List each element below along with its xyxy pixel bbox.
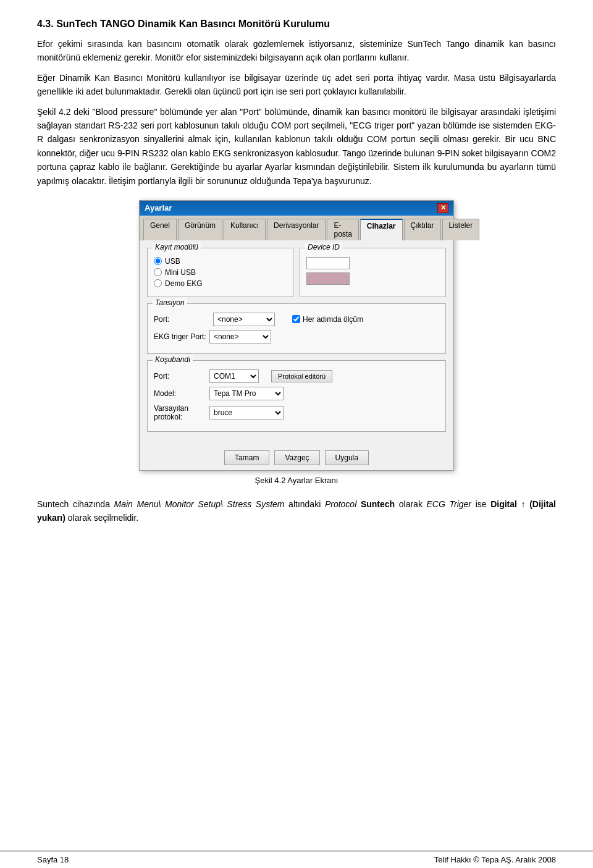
dialog-body: Kayıt modülü USB Mini USB xyxy=(140,240,453,445)
ekg-triger-row: EKG triger Port: <none> xyxy=(154,330,439,343)
mini-usb-label: Mini USB xyxy=(165,268,196,277)
top-row: Kayıt modülü USB Mini USB xyxy=(147,248,446,303)
tab-ciktilar[interactable]: Çıktılar xyxy=(404,219,441,240)
device-id-group: Device ID xyxy=(300,248,446,297)
settings-dialog: Ayarlar ✕ Genel Görünüm Kullanıcı Deriva… xyxy=(139,200,454,471)
mini-usb-radio[interactable] xyxy=(154,268,162,276)
footer-left: Sayfa 18 xyxy=(37,855,69,864)
kayit-modulu-content: USB Mini USB Demo EKG xyxy=(154,257,287,288)
figure-caption: Şekil 4.2 Ayarlar Ekranı xyxy=(255,476,339,485)
usb-label: USB xyxy=(165,257,180,266)
section-title: 4.3. SunTech TANGO Dinamik Kan Basıncı M… xyxy=(37,19,556,30)
kosubandi-port-select[interactable]: COM1 xyxy=(209,369,259,383)
device-id-content xyxy=(306,257,439,285)
tab-listeler[interactable]: Listeler xyxy=(442,219,480,240)
demo-ekg-label: Demo EKG xyxy=(165,279,203,288)
kayit-modulu-group: Kayıt modülü USB Mini USB xyxy=(147,248,293,297)
tansiyon-port-select[interactable]: <none> xyxy=(213,313,275,326)
ekg-triger-select[interactable]: <none> xyxy=(209,330,271,343)
figure-container: Ayarlar ✕ Genel Görünüm Kullanıcı Deriva… xyxy=(37,200,556,485)
uygula-button[interactable]: Uygula xyxy=(325,450,369,465)
demo-ekg-radio-row: Demo EKG xyxy=(154,279,287,288)
page-footer: Sayfa 18 Telif Hakkı © Tepa AŞ. Aralık 2… xyxy=(0,851,593,868)
ekg-triger-label: EKG triger Port: xyxy=(154,332,209,341)
tab-eposta[interactable]: E-posta xyxy=(327,219,358,240)
vazgec-button[interactable]: Vazgeç xyxy=(274,450,319,465)
varsayilan-row: Varsayılan protokol: bruce xyxy=(154,404,439,421)
her-adimda-checkbox[interactable] xyxy=(292,315,300,323)
dialog-titlebar: Ayarlar ✕ xyxy=(140,201,453,216)
model-row: Model: Tepa TM Pro xyxy=(154,387,439,400)
model-label: Model: xyxy=(154,389,209,398)
usb-radio[interactable] xyxy=(154,257,162,265)
kosubandi-port-row: Port: COM1 Protokol editörü xyxy=(154,369,439,383)
tansiyon-title: Tansiyon xyxy=(153,298,187,307)
page-content: 4.3. SunTech TANGO Dinamik Kan Basıncı M… xyxy=(0,0,593,581)
tab-gorunum[interactable]: Görünüm xyxy=(178,219,222,240)
her-adimda-label: Her adımda ölçüm xyxy=(303,315,363,324)
tansiyon-port-label: Port: xyxy=(154,315,209,324)
model-select[interactable]: Tepa TM Pro xyxy=(209,387,284,400)
tab-derivasyonlar[interactable]: Derivasyonlar xyxy=(267,219,326,240)
tab-kullanici[interactable]: Kullanıcı xyxy=(224,219,266,240)
kosubandi-port-label: Port: xyxy=(154,372,209,381)
protokol-editor-button[interactable]: Protokol editörü xyxy=(271,370,332,382)
tansiyon-port-row: Port: <none> Her adımda ölçüm xyxy=(154,313,439,326)
paragraph-1: Efor çekimi sırasında kan basıncını otom… xyxy=(37,37,556,65)
varsayilan-select[interactable]: bruce xyxy=(209,406,284,419)
her-adimda-row: Her adımda ölçüm xyxy=(292,315,363,324)
tab-genel[interactable]: Genel xyxy=(143,219,177,240)
dialog-footer: Tamam Vazgeç Uygula xyxy=(140,445,453,470)
demo-ekg-radio[interactable] xyxy=(154,279,162,287)
paragraph-2: Eğer Dinamik Kan Basıncı Monitörü kullan… xyxy=(37,71,556,99)
tab-cihazlar[interactable]: Cihazlar xyxy=(360,219,403,240)
device-id-input1[interactable] xyxy=(306,257,350,269)
device-id-title: Device ID xyxy=(305,243,342,251)
kosubandi-title: Koşubandı xyxy=(153,355,193,364)
dialog-close-button[interactable]: ✕ xyxy=(437,203,448,213)
dialog-tabs: Genel Görünüm Kullanıcı Derivasyonlar E-… xyxy=(140,216,453,240)
kosubandi-content: Port: COM1 Protokol editörü Model: Tepa … xyxy=(154,369,439,421)
varsayilan-label: Varsayılan protokol: xyxy=(154,404,209,421)
mini-usb-radio-row: Mini USB xyxy=(154,268,287,277)
footer-right: Telif Hakkı © Tepa AŞ. Aralık 2008 xyxy=(434,855,556,864)
usb-radio-row: USB xyxy=(154,257,287,266)
tansiyon-content: Port: <none> Her adımda ölçüm xyxy=(154,313,439,343)
dialog-title: Ayarlar xyxy=(145,203,172,213)
tamam-button[interactable]: Tamam xyxy=(224,450,269,465)
device-id-input2[interactable] xyxy=(306,272,350,285)
paragraph-3: Şekil 4.2 deki "Blood pressure" bölümünd… xyxy=(37,105,556,188)
tansiyon-group: Tansiyon Port: <none> Her adım xyxy=(147,303,446,354)
kosubandi-group: Koşubandı Port: COM1 Protokol editörü Mo… xyxy=(147,360,446,432)
kayit-modulu-title: Kayıt modülü xyxy=(153,243,201,251)
bottom-paragraph: Suntech cihazında Main Menu\ Monitor Set… xyxy=(37,497,556,525)
